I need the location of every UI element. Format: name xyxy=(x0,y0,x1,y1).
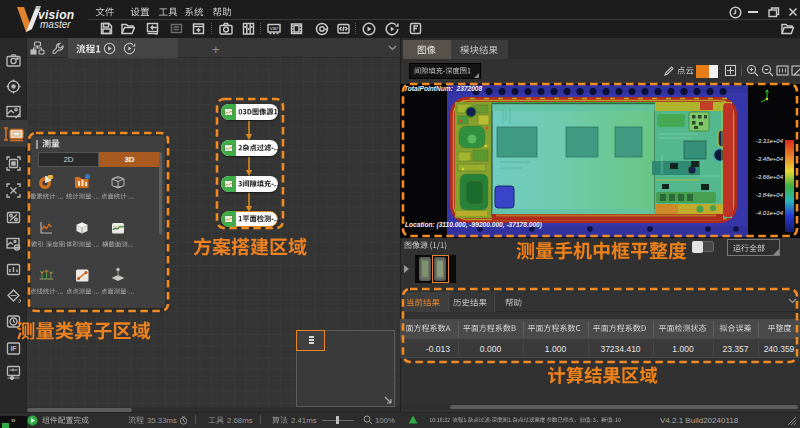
svg-text:-4.01e+04: -4.01e+04 xyxy=(756,210,784,216)
svg-text:-3.31e+04: -3.31e+04 xyxy=(756,138,784,144)
svg-text:-3.84e+04: -3.84e+04 xyxy=(756,192,784,198)
svg-text:-3.66e+04: -3.66e+04 xyxy=(756,174,784,180)
svg-text:-3.48e+04: -3.48e+04 xyxy=(756,156,784,162)
svg-text:IF: IF xyxy=(10,345,17,352)
svg-text:var: var xyxy=(270,25,278,31)
